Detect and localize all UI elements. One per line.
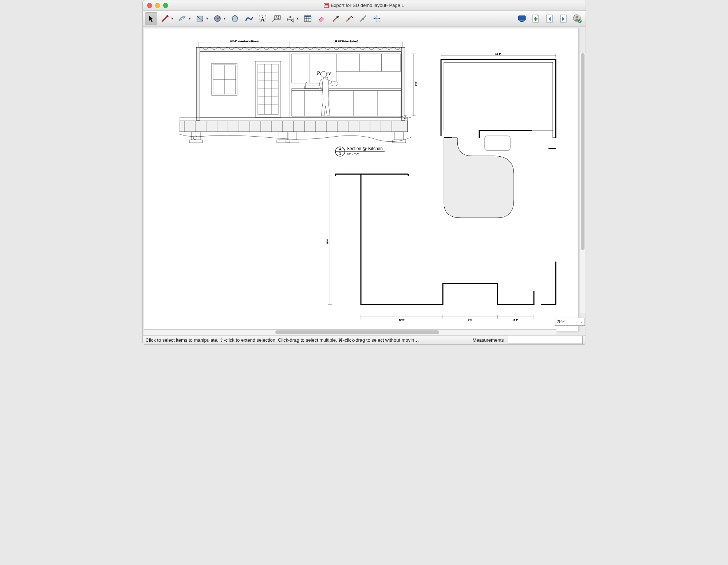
app-window: Export for SU demo.layout- Page 1 ▼ ▼ ▼ … [142, 0, 586, 345]
vertical-scrollbar[interactable] [580, 53, 586, 313]
svg-text:A1: A1 [275, 16, 279, 19]
svg-rect-76 [292, 89, 401, 91]
dim-label: 62 1/2" strong beam (hidden) [230, 40, 259, 42]
status-hint: Click to select items to manipulate. ⇧-c… [146, 337, 469, 343]
svg-line-12 [272, 19, 275, 22]
section-tag-bottom: 1 [339, 152, 341, 156]
split-tool[interactable] [343, 12, 355, 25]
drawing-canvas: 62 1/2" strong beam (hidden) 92 1/4" kit… [144, 28, 578, 331]
status-bar: Click to select items to manipulate. ⇧-c… [143, 335, 586, 344]
svg-rect-114 [395, 132, 404, 140]
freehand-tool[interactable] [243, 12, 255, 25]
svg-rect-86 [180, 121, 408, 132]
style-eyedropper-tool[interactable] [329, 12, 342, 25]
chevron-down-icon: ⌄ [580, 320, 583, 324]
svg-rect-85 [180, 117, 408, 121]
svg-rect-51 [196, 47, 200, 120]
present-tool[interactable] [371, 12, 383, 25]
horizontal-scrollbar[interactable] [144, 329, 556, 335]
svg-rect-72 [310, 54, 336, 83]
line-tool[interactable]: ▼ [159, 12, 171, 25]
svg-point-84 [331, 82, 338, 86]
select-tool[interactable] [145, 12, 157, 25]
svg-rect-73 [336, 54, 360, 71]
svg-point-24 [348, 18, 350, 20]
chevron-down-icon: ▼ [296, 17, 299, 20]
add-page-button[interactable] [530, 12, 542, 25]
dim-label: 2'-6" [513, 319, 518, 321]
svg-rect-113 [286, 140, 299, 143]
dim-height: 7'-6" [412, 54, 417, 116]
scrollbar-thumb[interactable] [275, 330, 439, 334]
chevron-down-icon: ▼ [223, 17, 227, 20]
polygon-tool[interactable] [229, 12, 241, 25]
svg-rect-115 [393, 140, 406, 143]
svg-marker-7 [232, 15, 238, 21]
dim-label: 15'-6" [495, 53, 501, 55]
dim-label: 92 1/4" kitchen (hydkey) [334, 40, 358, 42]
text-tool[interactable]: A [256, 12, 269, 25]
svg-point-39 [575, 16, 578, 19]
model-display-button[interactable] [516, 12, 528, 25]
chevron-down-icon: ▼ [206, 17, 209, 20]
svg-rect-31 [520, 21, 523, 21]
chevron-down-icon: ▼ [188, 17, 192, 20]
chevron-down-icon: ▼ [171, 17, 174, 20]
svg-rect-112 [288, 132, 297, 140]
dim-label: 21'-6" [326, 239, 328, 244]
svg-point-116 [193, 136, 197, 140]
window-title-text: Export for SU demo.layout- Page 1 [331, 3, 404, 8]
window-title: Export for SU demo.layout- Page 1 [143, 3, 586, 8]
section-elevation: 62 1/2" strong beam (hidden) 92 1/4" kit… [179, 40, 417, 156]
table-tool[interactable] [302, 12, 314, 25]
svg-rect-75 [382, 54, 401, 71]
svg-point-83 [321, 71, 327, 77]
canvas-area[interactable]: 62 1/2" strong beam (hidden) 92 1/4" kit… [143, 27, 586, 335]
arc-tool[interactable]: ▼ [176, 12, 189, 25]
user-account-button[interactable] [571, 12, 583, 25]
dim-label: 7'-6" [415, 82, 417, 86]
plan-lower: 21'-6" 82' 6" 7'-6" 2'-6" [326, 174, 556, 321]
dim-top: 62 1/2" strong beam (hidden) 92 1/4" kit… [199, 40, 403, 48]
erase-tool[interactable] [315, 12, 328, 25]
scrollbar-thumb[interactable] [581, 53, 585, 250]
dimension-tool[interactable]: 3' ▼ [284, 12, 296, 25]
next-page-button[interactable] [557, 12, 570, 25]
layout-page[interactable]: 62 1/2" strong beam (hidden) 92 1/4" kit… [144, 28, 578, 331]
person-figure [319, 71, 338, 116]
svg-rect-30 [518, 16, 526, 20]
svg-rect-111 [277, 140, 290, 143]
svg-rect-53 [401, 47, 405, 120]
svg-rect-61 [255, 61, 281, 117]
zoom-value: 25% [557, 319, 566, 324]
section-tag-top: A [339, 147, 341, 151]
zoom-select[interactable]: 25% ⌄ [555, 318, 585, 326]
plan-upper: 15'-6" [441, 53, 556, 218]
svg-rect-32 [520, 21, 524, 22]
section-title: Section @ Kitchen [347, 146, 383, 151]
svg-rect-70 [292, 54, 310, 83]
svg-rect-55 [200, 52, 401, 117]
dim-label: 82' 6" [399, 319, 404, 321]
svg-rect-82 [304, 86, 319, 89]
titlebar[interactable]: Export for SU demo.layout- Page 1 [143, 0, 586, 11]
join-tool[interactable] [357, 12, 369, 25]
svg-rect-74 [360, 54, 382, 71]
circle-tool[interactable]: ▼ [211, 12, 224, 25]
svg-rect-18 [304, 16, 311, 17]
svg-rect-127 [485, 136, 510, 150]
svg-text:3': 3' [289, 15, 291, 19]
section-tag: A 1 Section @ Kitchen 1/2" = 1'-0" [335, 146, 385, 156]
measurements-label: Measurements [473, 337, 504, 343]
label-tool[interactable]: A1 [270, 12, 283, 25]
dim-label: 7'-6" [468, 319, 472, 321]
measurements-input[interactable] [508, 336, 583, 344]
svg-rect-1 [325, 4, 328, 5]
svg-rect-62 [258, 64, 278, 114]
svg-rect-109 [189, 140, 202, 143]
svg-text:A: A [260, 16, 264, 22]
previous-page-button[interactable] [543, 12, 556, 25]
svg-point-23 [337, 16, 339, 18]
rectangle-tool[interactable]: ▼ [194, 12, 206, 25]
svg-rect-77 [292, 91, 401, 116]
